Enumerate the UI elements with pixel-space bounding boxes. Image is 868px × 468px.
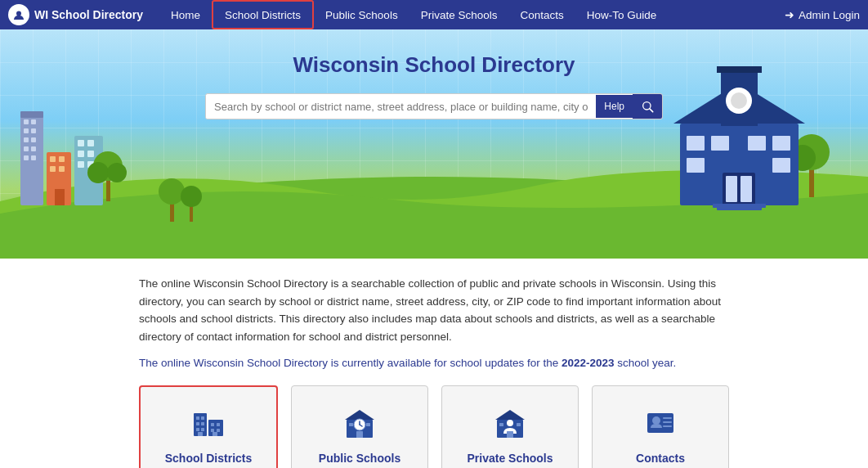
card-public-schools-label: Public Schools — [319, 452, 400, 465]
card-school-districts[interactable]: School Districts — [139, 385, 278, 468]
svg-rect-77 — [356, 431, 363, 438]
svg-marker-73 — [345, 410, 374, 420]
svg-rect-70 — [217, 429, 220, 432]
svg-rect-61 — [201, 416, 204, 420]
update-text: The online Wisconsin School Directory is… — [139, 357, 729, 369]
svg-rect-46 — [772, 136, 790, 151]
svg-rect-12 — [31, 137, 36, 142]
description-text: The online Wisconsin School Directory is… — [139, 275, 729, 345]
svg-point-57 — [181, 186, 202, 207]
card-private-schools-label: Private Schools — [467, 452, 553, 465]
svg-rect-25 — [87, 140, 94, 146]
card-school-districts-label: School Districts — [165, 452, 253, 465]
public-schools-icon — [342, 405, 378, 443]
svg-rect-7 — [24, 119, 29, 124]
main-content: The online Wisconsin School Directory is… — [0, 259, 868, 468]
svg-rect-78 — [349, 423, 353, 426]
svg-rect-67 — [211, 423, 214, 426]
nav-links: Home School Districts Public Schools Pri… — [159, 0, 785, 29]
nav-howto[interactable]: How-To Guide — [575, 0, 669, 29]
svg-point-33 — [107, 163, 127, 182]
right-school-building — [664, 66, 843, 230]
svg-point-0 — [16, 11, 21, 16]
svg-rect-16 — [31, 155, 36, 160]
left-buildings — [12, 91, 159, 222]
nav-public-schools[interactable]: Public Schools — [314, 0, 409, 29]
svg-rect-64 — [196, 428, 199, 431]
svg-point-82 — [507, 420, 513, 426]
svg-point-55 — [159, 178, 185, 205]
svg-marker-81 — [495, 410, 525, 420]
svg-rect-19 — [59, 156, 65, 162]
svg-rect-45 — [748, 136, 766, 151]
nav-school-districts[interactable]: School Districts — [212, 0, 314, 29]
update-suffix: school year. — [615, 357, 677, 369]
nav-home[interactable]: Home — [159, 0, 212, 29]
card-private-schools[interactable]: Private Schools — [441, 385, 579, 468]
school-year: 2022-2023 — [562, 357, 615, 369]
svg-rect-10 — [31, 128, 36, 133]
svg-rect-27 — [87, 151, 94, 157]
svg-rect-69 — [211, 429, 214, 432]
svg-rect-21 — [59, 166, 65, 172]
nav-contacts[interactable]: Contacts — [508, 0, 575, 29]
site-logo-text: WI School Directory — [34, 8, 143, 21]
site-logo[interactable]: WI School Directory — [8, 4, 143, 25]
card-contacts-label: Contacts — [636, 452, 685, 465]
svg-rect-85 — [507, 431, 513, 438]
svg-rect-28 — [78, 161, 84, 168]
svg-rect-65 — [201, 428, 204, 431]
logo-circle — [8, 4, 29, 25]
contacts-icon — [642, 405, 678, 443]
svg-rect-71 — [213, 432, 217, 436]
svg-rect-26 — [78, 151, 84, 157]
svg-rect-15 — [24, 155, 29, 160]
svg-rect-11 — [24, 137, 29, 142]
svg-point-32 — [87, 162, 109, 183]
svg-point-87 — [652, 416, 660, 425]
svg-point-42 — [731, 92, 747, 109]
svg-rect-60 — [196, 416, 199, 420]
svg-rect-62 — [196, 422, 199, 425]
svg-rect-43 — [687, 136, 705, 151]
svg-rect-84 — [517, 423, 521, 426]
cards-row: School Districts — [139, 385, 729, 468]
svg-rect-47 — [687, 158, 705, 173]
svg-rect-40 — [717, 66, 762, 73]
left-trees-small — [155, 160, 221, 226]
svg-rect-44 — [711, 136, 729, 151]
svg-rect-13 — [24, 146, 29, 151]
svg-rect-63 — [201, 422, 204, 425]
svg-rect-24 — [78, 140, 84, 146]
svg-rect-14 — [31, 146, 36, 151]
main-nav: WI School Directory Home School District… — [0, 0, 868, 29]
svg-rect-51 — [740, 176, 752, 202]
update-prefix: The online Wisconsin School Directory is… — [139, 357, 562, 369]
svg-rect-66 — [198, 432, 203, 436]
card-public-schools[interactable]: Public Schools — [291, 385, 428, 468]
svg-rect-22 — [55, 189, 65, 205]
private-schools-icon — [492, 405, 528, 443]
svg-rect-9 — [24, 128, 29, 133]
card-contacts[interactable]: Contacts — [592, 385, 729, 468]
svg-rect-79 — [366, 423, 370, 426]
svg-rect-48 — [772, 158, 790, 173]
svg-rect-50 — [726, 176, 737, 202]
svg-rect-53 — [717, 207, 762, 210]
nav-private-schools[interactable]: Private Schools — [409, 0, 509, 29]
svg-rect-8 — [31, 119, 36, 124]
admin-login[interactable]: ➜ Admin Login — [785, 8, 860, 21]
svg-rect-56 — [190, 205, 193, 222]
svg-rect-20 — [50, 166, 56, 172]
hero-banner: Wisconsin School Directory Help — [0, 29, 868, 259]
logo-icon — [11, 7, 26, 22]
svg-rect-6 — [20, 111, 43, 118]
admin-arrow-icon: ➜ — [785, 8, 794, 21]
admin-login-label: Admin Login — [799, 9, 860, 21]
svg-rect-68 — [217, 423, 220, 426]
svg-rect-83 — [499, 423, 503, 426]
desc-span: The online Wisconsin School Directory is… — [139, 277, 721, 343]
svg-rect-18 — [50, 156, 56, 162]
school-districts-icon — [190, 405, 226, 443]
